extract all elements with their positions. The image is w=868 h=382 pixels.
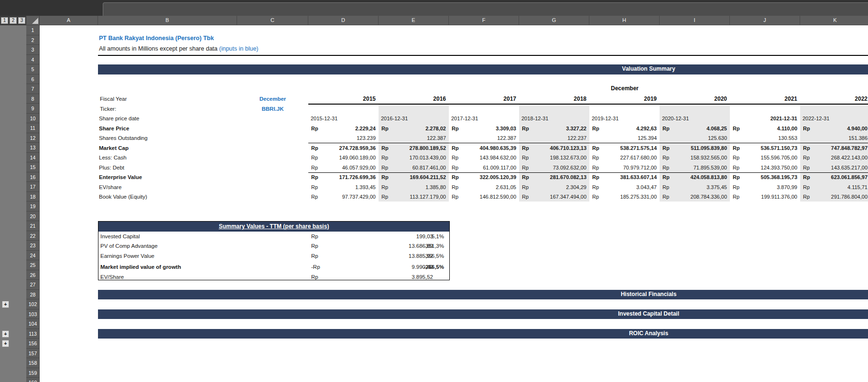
cell-less-cash-2018[interactable]: Rp198.132.673,00 <box>519 153 589 162</box>
outline-level-1-button[interactable]: 1 <box>1 17 8 24</box>
row-header-104[interactable]: 104 <box>26 319 40 329</box>
company-title[interactable]: PT Bank Rakyat Indonesia (Persero) Tbk <box>99 35 214 42</box>
row-header-17[interactable]: 17 <box>26 182 40 192</box>
column-header-J[interactable]: J <box>730 16 800 25</box>
cell-enterprise-value-2020[interactable]: Rp424.058.813,80 <box>660 173 730 182</box>
row-header-28[interactable]: 28 <box>26 290 40 300</box>
column-header-C[interactable]: C <box>237 16 308 25</box>
column-header-F[interactable]: F <box>449 16 519 25</box>
cell-plus-debt-2017[interactable]: Rp61.009.117,00 <box>449 163 519 172</box>
row-label-shares-outstanding[interactable]: Shares Outstanding <box>99 134 148 143</box>
cell-enterprise-value-2021[interactable]: Rp505.368.195,73 <box>730 173 800 182</box>
summary-row-earnings-power-value[interactable]: Earnings Power ValueRp13.885,92356,5% <box>98 251 449 261</box>
row-header-102[interactable]: 102 <box>26 299 40 309</box>
cell-share-price-date-2018[interactable]: 2018-12-31 <box>519 114 589 123</box>
cell-enterprise-value-2022[interactable]: Rp623.061.856,97 <box>800 173 868 182</box>
cell-shares-outstanding-2017[interactable]: 122.387 <box>449 134 519 143</box>
expand-group-button-1[interactable]: + <box>2 301 9 308</box>
row-header-13[interactable]: 13 <box>26 143 40 153</box>
section-band-valuation-summary[interactable]: Valuation Summary <box>98 64 868 74</box>
cell-plus-debt-2018[interactable]: Rp73.092.632,00 <box>519 163 589 172</box>
column-header-H[interactable]: H <box>589 16 660 25</box>
cell-book-value-2020[interactable]: Rp208.784.336,00 <box>660 192 730 202</box>
outline-level-3-button[interactable]: 3 <box>18 17 25 24</box>
row-header-10[interactable]: 10 <box>26 114 40 124</box>
cell-book-value-2017[interactable]: Rp146.812.590,00 <box>449 192 519 202</box>
fiscal-year-label[interactable]: Fiscal Year <box>100 95 127 104</box>
year-header-2017[interactable]: 2017 <box>449 95 519 104</box>
row-header-6[interactable]: 6 <box>26 74 40 85</box>
cell-plus-debt-2021[interactable]: Rp124.393.750,00 <box>730 163 800 172</box>
cell-share-price-2017[interactable]: Rp3.309,03 <box>449 124 519 133</box>
row-header-22[interactable]: 22 <box>26 231 40 241</box>
year-header-2022[interactable]: 2022 <box>800 95 868 104</box>
cell-ev-share-2019[interactable]: Rp3.043,47 <box>589 183 660 192</box>
cell-shares-outstanding-2019[interactable]: 125.394 <box>589 134 660 143</box>
row-label-less-cash[interactable]: Less: Cash <box>99 153 127 162</box>
cell-less-cash-2016[interactable]: Rp170.013.439,00 <box>379 153 449 162</box>
cell-book-value-2018[interactable]: Rp167.347.494,00 <box>519 192 589 202</box>
cell-market-cap-2015[interactable]: Rp274.728.959,36 <box>308 144 379 153</box>
cell-plus-debt-2019[interactable]: Rp70.979.712,00 <box>589 163 660 172</box>
december-period-header[interactable]: December <box>611 85 639 92</box>
row-header-20[interactable]: 20 <box>26 212 40 222</box>
cell-enterprise-value-2015[interactable]: Rp171.726.699,36 <box>308 173 379 182</box>
row-header-160[interactable]: 160 <box>26 378 40 382</box>
row-header-14[interactable]: 14 <box>26 153 40 163</box>
cell-plus-debt-2020[interactable]: Rp71.895.539,00 <box>660 163 730 172</box>
cell-share-price-2016[interactable]: Rp2.278,02 <box>379 124 449 133</box>
cell-book-value-2016[interactable]: Rp113.127.179,00 <box>379 192 449 202</box>
ticker-label[interactable]: Ticker: <box>100 105 116 114</box>
cell-share-price-2020[interactable]: Rp4.068,25 <box>660 124 730 133</box>
cell-share-price-date-2019[interactable]: 2019-12-31 <box>589 114 660 123</box>
row-header-9[interactable]: 9 <box>26 104 40 114</box>
cell-less-cash-2022[interactable]: Rp268.422.143,00 <box>800 153 868 162</box>
cell-market-cap-2018[interactable]: Rp406.710.123,13 <box>519 144 589 153</box>
expand-group-button-3[interactable]: + <box>2 340 9 347</box>
cell-share-price-date-2017[interactable]: 2017-12-31 <box>449 114 519 123</box>
row-label-enterprise-value[interactable]: Enterprise Value <box>99 173 142 182</box>
row-header-24[interactable]: 24 <box>26 251 40 261</box>
cell-plus-debt-2015[interactable]: Rp46.057.929,00 <box>308 163 379 172</box>
row-header-26[interactable]: 26 <box>26 270 40 280</box>
select-all-cell[interactable] <box>26 16 40 25</box>
year-header-2019[interactable]: 2019 <box>589 95 660 104</box>
cell-market-cap-2021[interactable]: Rp536.571.150,73 <box>730 144 800 153</box>
row-header-21[interactable]: 21 <box>26 221 40 231</box>
fiscal-month-input[interactable]: December <box>237 95 308 104</box>
summary-row-ev-share-summary[interactable]: EV/ShareRp3.895,52 <box>98 272 449 282</box>
cell-share-price-2022[interactable]: Rp4.940,00 <box>800 124 868 133</box>
row-header-8[interactable]: 8 <box>26 94 40 104</box>
column-header-A[interactable]: A <box>40 16 98 25</box>
column-header-K[interactable]: K <box>800 16 868 25</box>
row-header-7[interactable]: 7 <box>26 84 40 94</box>
cell-less-cash-2021[interactable]: Rp155.596.705,00 <box>730 153 800 162</box>
row-header-159[interactable]: 159 <box>26 368 40 378</box>
year-header-2016[interactable]: 2016 <box>379 95 449 104</box>
cell-market-cap-2016[interactable]: Rp278.800.189,52 <box>379 144 449 153</box>
cell-ev-share-2018[interactable]: Rp2.304,29 <box>519 183 589 192</box>
cell-plus-debt-2022[interactable]: Rp143.635.217,00 <box>800 163 868 172</box>
row-header-27[interactable]: 27 <box>26 280 40 290</box>
row-header-16[interactable]: 16 <box>26 172 40 182</box>
row-header-25[interactable]: 25 <box>26 260 40 270</box>
row-label-plus-debt[interactable]: Plus: Debt <box>99 163 124 172</box>
cell-less-cash-2015[interactable]: Rp149.060.189,00 <box>308 153 379 162</box>
cell-shares-outstanding-2022[interactable]: 151.386 <box>800 134 868 143</box>
cell-enterprise-value-2019[interactable]: Rp381.633.607,14 <box>589 173 660 182</box>
year-header-2015[interactable]: 2015 <box>308 95 379 104</box>
year-header-2018[interactable]: 2018 <box>519 95 589 104</box>
sheet-subtitle[interactable]: All amounts in Millions except per share… <box>99 45 259 52</box>
cell-market-cap-2019[interactable]: Rp538.271.575,14 <box>589 144 660 153</box>
row-label-book-value[interactable]: Book Value (Equity) <box>99 192 147 202</box>
row-header-19[interactable]: 19 <box>26 202 40 212</box>
cell-share-price-2018[interactable]: Rp3.327,22 <box>519 124 589 133</box>
cell-market-cap-2022[interactable]: Rp747.848.782,97 <box>800 144 868 153</box>
cell-share-price-2019[interactable]: Rp4.292,63 <box>589 124 660 133</box>
expand-group-button-2[interactable]: + <box>2 330 9 338</box>
section-band-invested-capital-detail[interactable]: Invested Capital Detail <box>98 309 868 319</box>
row-header-18[interactable]: 18 <box>26 192 40 202</box>
column-header-G[interactable]: G <box>519 16 589 25</box>
cell-enterprise-value-2016[interactable]: Rp169.604.211,52 <box>379 173 449 182</box>
row-label-share-price[interactable]: Share Price <box>99 124 129 133</box>
